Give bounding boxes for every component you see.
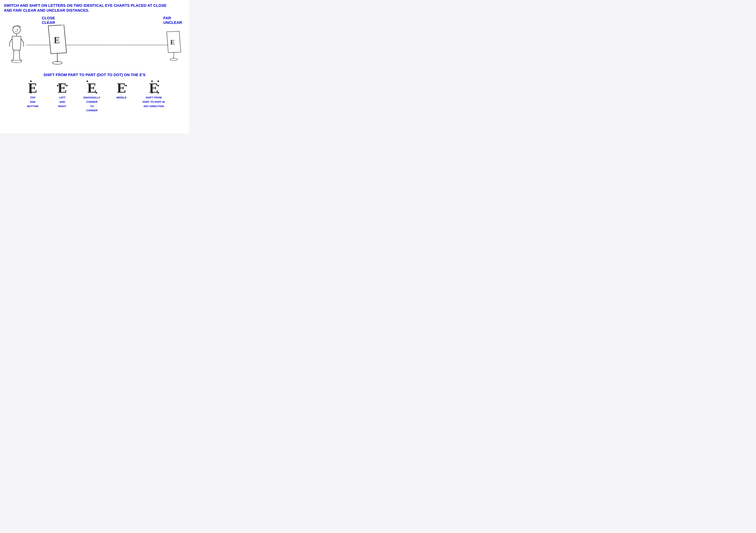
dot-any-3 [157,85,159,86]
chart-close: E [45,25,68,65]
e-label-diagonal: DIAGONALLY [83,96,100,99]
chart-far: E [164,31,182,62]
e-item-diagonal: E DIAGONALLY CORNER TO CORNER [77,81,107,113]
e-label-any-3: ANY DIRECTION [143,105,164,108]
e-letter-diagonal: E [87,80,96,95]
e-label-top-bottom-2: AND [30,100,36,104]
e-label-any: SHIFT FROM [146,96,162,99]
svg-point-2 [17,29,18,30]
e-examples-row: E TOP AND BOTTOM E LEFT AND RIGHT [4,81,185,113]
e-item-any: E SHIFT FROM PART TO PART IN ANY DIRECTI… [136,81,171,109]
e-label-diagonal-3: TO [90,105,94,108]
e-item-middle: E MIDDLE [107,81,136,99]
dot-topleft [87,80,88,82]
page: SWITCH AND SHIFT ON LETTERS ON TWO IDENT… [0,0,189,133]
dot-middle [125,85,127,86]
dot-bottomright [95,92,97,93]
e-label-top-bottom: TOP [30,96,35,99]
e-label-diagonal-2: CORNER [86,100,97,104]
e-item-top-bottom: E TOP AND BOTTOM [18,81,47,108]
e-label-left-right-2: AND [59,100,65,104]
dot-any-5 [157,92,159,93]
e-label-left-right-3: RIGHT [58,105,67,108]
stick-figure [7,25,26,63]
e-letter-middle: E [117,80,126,95]
e-label-left-right: LEFT [59,96,66,99]
e-label-any-2: PART TO PART IN [143,100,165,104]
label-far: FAR UNCLEAR [163,16,182,25]
svg-point-0 [11,60,22,63]
e-item-left-right: E LEFT AND RIGHT [47,81,77,108]
svg-text:E: E [170,39,175,46]
dot-any-1 [151,80,153,82]
scene: CLOSE CLEAR FAR UNCLEAR [4,14,185,70]
dot-any-2 [157,80,159,82]
dot-any-4 [151,92,153,93]
e-letter-top-bottom: E [28,80,37,95]
dot-right [66,85,68,86]
page-title: SWITCH AND SHIFT ON LETTERS ON TWO IDENT… [4,3,171,13]
svg-text:E: E [54,35,60,45]
e-letter-left-right: E [58,80,67,95]
dot-left [57,85,59,86]
shift-instruction: SHIFT FROM PART TO PART (DOT TO DOT) ON … [4,73,185,77]
e-label-diagonal-4: CORNER [86,109,97,112]
e-label-top-bottom-3: BOTTOM [27,105,38,108]
e-label-middle: MIDDLE [117,96,127,99]
label-close: CLOSE CLEAR [42,16,55,25]
dot-top [30,80,32,82]
dot-bottom [30,92,32,93]
e-letter-any: E [149,80,158,95]
